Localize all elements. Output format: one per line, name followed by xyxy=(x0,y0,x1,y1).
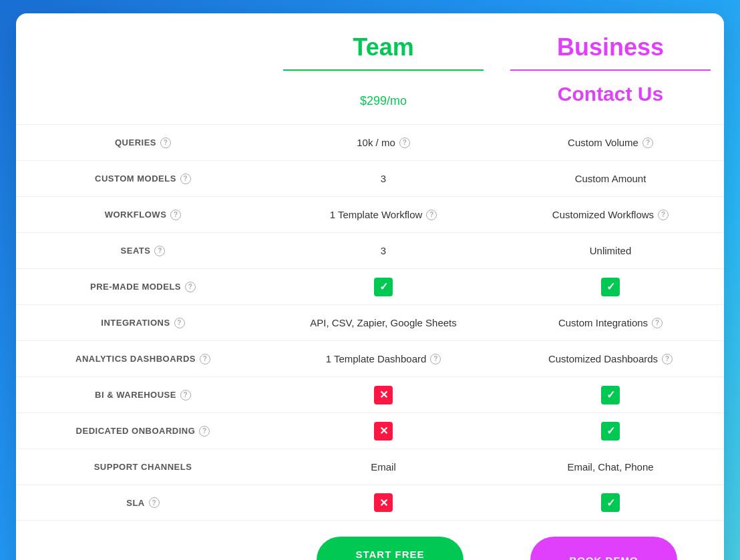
feature-label-5: INTEGRATIONS? xyxy=(16,318,270,328)
check-icon: ✓ xyxy=(374,278,393,296)
business-value-5: Custom Integrations? xyxy=(497,312,724,334)
feature-row: CUSTOM MODELS?3Custom Amount xyxy=(16,160,724,196)
team-divider xyxy=(283,69,484,71)
help-icon[interactable]: ? xyxy=(662,354,673,364)
business-value-9: Email, Chat, Phone xyxy=(497,456,724,478)
feature-row: SEATS?3Unlimited xyxy=(16,232,724,268)
feature-label-1: CUSTOM MODELS? xyxy=(16,174,270,184)
business-value-0: Custom Volume? xyxy=(497,131,724,154)
team-value-2: 1 Template Workflow? xyxy=(270,204,497,226)
pricing-card: Team $299/mo Business Contact Us QUERIES… xyxy=(16,13,724,560)
help-icon[interactable]: ? xyxy=(426,210,437,220)
team-value-7: ✕ xyxy=(270,380,497,410)
feature-row: PRE-MADE MODELS?✓✓ xyxy=(16,268,724,304)
business-plan-header: Business Contact Us xyxy=(497,33,724,117)
check-icon: ✓ xyxy=(601,386,620,404)
feature-label-3: SEATS? xyxy=(16,246,270,256)
feature-label-7: BI & WAREHOUSE? xyxy=(16,390,270,400)
help-icon[interactable]: ? xyxy=(180,174,191,184)
team-value-10: ✕ xyxy=(270,488,497,517)
business-value-7: ✓ xyxy=(497,380,724,410)
feature-label-4: PRE-MADE MODELS? xyxy=(16,282,270,292)
cross-icon: ✕ xyxy=(374,422,393,441)
business-divider xyxy=(510,69,711,71)
business-value-8: ✓ xyxy=(497,416,724,446)
business-value-4: ✓ xyxy=(497,272,724,302)
help-icon[interactable]: ? xyxy=(185,282,196,292)
team-value-8: ✕ xyxy=(270,416,497,446)
feature-label-8: DEDICATED ONBOARDING? xyxy=(16,426,270,437)
feature-label-6: ANALYTICS DASHBOARDS? xyxy=(16,354,270,364)
check-icon: ✓ xyxy=(601,278,620,296)
feature-row: DEDICATED ONBOARDING?✕✓ xyxy=(16,412,724,449)
business-value-1: Custom Amount xyxy=(497,168,724,190)
help-icon[interactable]: ? xyxy=(399,137,410,148)
feature-label-9: SUPPORT CHANNELS xyxy=(16,462,270,472)
help-icon[interactable]: ? xyxy=(652,318,663,328)
team-plan-price: $299/mo xyxy=(360,83,407,111)
feature-row: QUERIES?10k / mo?Custom Volume? xyxy=(16,124,724,160)
feature-label-0: QUERIES? xyxy=(16,137,270,148)
feature-label-2: WORKFLOWS? xyxy=(16,210,270,220)
business-value-2: Customized Workflows? xyxy=(497,204,724,226)
feature-row: ANALYTICS DASHBOARDS?1 Template Dashboar… xyxy=(16,340,724,376)
help-icon[interactable]: ? xyxy=(199,426,210,437)
feature-row: WORKFLOWS?1 Template Workflow?Customized… xyxy=(16,196,724,232)
feature-row: SUPPORT CHANNELSEmailEmail, Chat, Phone xyxy=(16,449,724,485)
help-icon[interactable]: ? xyxy=(170,210,181,220)
feature-row: BI & WAREHOUSE?✕✓ xyxy=(16,376,724,412)
cross-icon: ✕ xyxy=(374,493,393,512)
team-value-3: 3 xyxy=(270,240,497,262)
help-icon[interactable]: ? xyxy=(180,390,191,400)
help-icon[interactable]: ? xyxy=(149,497,160,508)
feature-label-10: SLA? xyxy=(16,497,270,508)
check-icon: ✓ xyxy=(601,493,620,512)
team-value-5: API, CSV, Zapier, Google Sheets xyxy=(270,312,497,334)
features-table: QUERIES?10k / mo?Custom Volume?CUSTOM MO… xyxy=(16,124,724,521)
book-demo-button[interactable]: BOOK DEMO xyxy=(530,537,677,560)
help-icon[interactable]: ? xyxy=(200,354,210,364)
actions-row: START FREE TRIAL BOOK DEMO xyxy=(16,537,724,560)
team-plan-title: Team xyxy=(353,33,413,61)
team-plan-header: Team $299/mo xyxy=(270,33,497,117)
cross-icon: ✕ xyxy=(374,386,393,404)
business-plan-title: Business xyxy=(557,33,664,61)
team-value-6: 1 Template Dashboard? xyxy=(270,348,497,370)
help-icon[interactable]: ? xyxy=(430,354,441,364)
team-value-9: Email xyxy=(270,456,497,478)
team-value-0: 10k / mo? xyxy=(270,131,497,154)
feature-row: SLA?✕✓ xyxy=(16,485,724,521)
plans-header: Team $299/mo Business Contact Us xyxy=(16,33,724,117)
business-value-10: ✓ xyxy=(497,488,724,517)
team-value-4: ✓ xyxy=(270,272,497,302)
feature-row: INTEGRATIONS?API, CSV, Zapier, Google Sh… xyxy=(16,304,724,340)
help-icon[interactable]: ? xyxy=(658,210,669,220)
business-plan-contact: Contact Us xyxy=(558,83,663,105)
business-value-3: Unlimited xyxy=(497,240,724,262)
help-icon[interactable]: ? xyxy=(160,137,171,148)
check-icon: ✓ xyxy=(601,422,620,441)
help-icon[interactable]: ? xyxy=(154,246,165,256)
start-free-trial-button[interactable]: START FREE TRIAL xyxy=(317,537,464,560)
team-action-col: START FREE TRIAL xyxy=(283,537,497,560)
business-action-col: BOOK DEMO xyxy=(497,537,711,560)
help-icon[interactable]: ? xyxy=(174,318,185,328)
business-value-6: Customized Dashboards? xyxy=(497,348,724,370)
team-value-1: 3 xyxy=(270,168,497,190)
help-icon[interactable]: ? xyxy=(642,137,653,148)
